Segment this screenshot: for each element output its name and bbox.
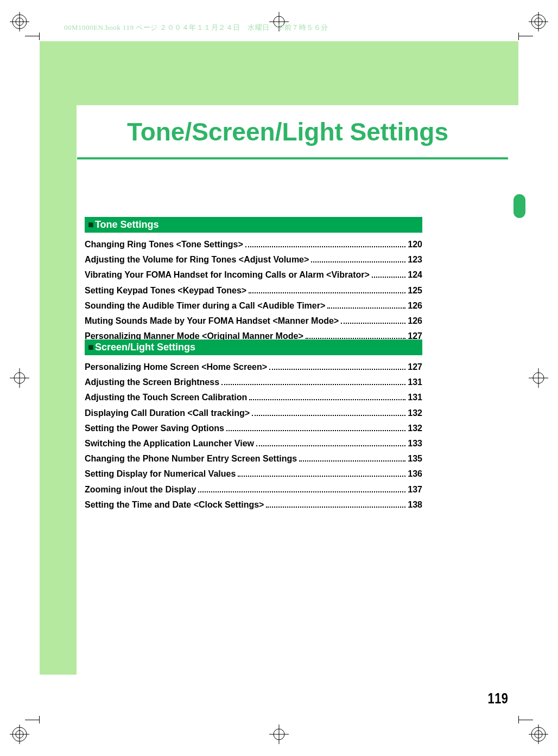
toc-entry: Adjusting the Touch Screen Calibration13…	[85, 391, 422, 403]
toc-entry: Zooming in/out the Display137	[85, 483, 422, 496]
toc-entry: Setting Display for Numerical Values136	[85, 467, 422, 480]
toc-title: Switching the Application Launcher View	[85, 437, 254, 450]
leader-dots	[306, 338, 406, 339]
leader-dots	[341, 323, 405, 324]
crop-mark-icon	[39, 716, 40, 723]
crop-mark-icon	[25, 36, 39, 36]
leader-dots	[249, 292, 405, 293]
toc-title: Displaying Call Duration <Call tracking>	[85, 407, 250, 419]
crop-mark-icon	[25, 720, 39, 720]
registration-mark-icon	[10, 368, 29, 388]
toc-page: 126	[408, 299, 422, 312]
toc-title: Muting Sounds Made by Your FOMA Handset …	[85, 315, 339, 327]
toc-page: 138	[408, 498, 422, 511]
leader-dots	[311, 261, 405, 262]
toc-page: 131	[408, 376, 422, 388]
toc-title: Setting the Power Saving Options	[85, 422, 224, 434]
page-sidebar-fill	[40, 105, 77, 675]
leader-dots	[327, 307, 405, 309]
toc-title: Sounding the Audible Timer during a Call…	[85, 299, 325, 312]
toc-title: Setting Keypad Tones <Keypad Tones>	[85, 284, 246, 297]
toc-entry: Adjusting the Volume for Ring Tones <Adj…	[85, 253, 422, 266]
toc-page: 133	[408, 437, 422, 450]
leader-dots	[269, 369, 405, 370]
toc-title: Adjusting the Touch Screen Calibration	[85, 391, 247, 403]
toc-title: Vibrating Your FOMA Handset for Incoming…	[85, 268, 370, 281]
toc-page: 132	[408, 422, 422, 434]
crop-mark-icon	[39, 33, 40, 40]
title-rule	[77, 157, 508, 159]
page-banner	[40, 41, 518, 105]
toc-title: Personalizing Home Screen <Home Screen>	[85, 361, 267, 373]
toc-page: 125	[408, 284, 422, 297]
toc-section-tone: ■Tone Settings Changing Ring Tones <Tone…	[85, 217, 422, 345]
toc-page: 132	[408, 407, 422, 419]
toc-title: Adjusting the Volume for Ring Tones <Adj…	[85, 253, 309, 266]
toc-page: 131	[408, 391, 422, 403]
crop-mark-icon	[518, 33, 519, 40]
leader-dots	[256, 445, 405, 446]
section-heading-label: Tone Settings	[95, 219, 159, 230]
registration-mark-icon	[529, 725, 548, 744]
toc-entry: Vibrating Your FOMA Handset for Incoming…	[85, 268, 422, 281]
registration-mark-icon	[10, 12, 29, 31]
section-heading-bar: ■Tone Settings	[85, 217, 422, 233]
toc-section-screen-light: ■Screen/Light Settings Personalizing Hom…	[85, 339, 422, 514]
file-meta-header: 00M1000EN.book 119 ページ ２００４年１１月２４日 水曜日 午…	[64, 23, 328, 33]
section-heading-label: Screen/Light Settings	[95, 342, 195, 353]
toc-title: Setting Display for Numerical Values	[85, 467, 236, 480]
section-heading-bar: ■Screen/Light Settings	[85, 339, 422, 355]
toc-page: 124	[408, 268, 422, 281]
toc-entry: Setting the Power Saving Options132	[85, 422, 422, 434]
page-title: Tone/Screen/Light Settings	[72, 117, 504, 146]
leader-dots	[249, 399, 405, 400]
toc-entry: Muting Sounds Made by Your FOMA Handset …	[85, 315, 422, 327]
toc-title: Changing the Phone Number Entry Screen S…	[85, 452, 297, 465]
leader-dots	[299, 460, 405, 462]
section-tab-icon	[513, 194, 525, 218]
leader-dots	[252, 415, 405, 416]
toc-page: 126	[408, 315, 422, 327]
toc-page: 123	[408, 253, 422, 266]
leader-dots	[221, 384, 405, 385]
toc-title: Adjusting the Screen Brightness	[85, 376, 219, 388]
registration-mark-icon	[10, 725, 29, 744]
leader-dots	[238, 476, 405, 477]
crop-mark-icon	[518, 716, 519, 723]
toc-entry: Sounding the Audible Timer during a Call…	[85, 299, 422, 312]
leader-dots	[198, 491, 405, 492]
toc-page: 120	[408, 238, 422, 251]
leader-dots	[245, 246, 405, 247]
registration-mark-icon	[529, 368, 548, 388]
toc-entry: Adjusting the Screen Brightness131	[85, 376, 422, 388]
crop-mark-icon	[519, 36, 533, 36]
crop-mark-icon	[519, 720, 533, 720]
toc-entry: Setting the Time and Date <Clock Setting…	[85, 498, 422, 511]
registration-mark-icon	[269, 725, 289, 744]
toc-page: 137	[408, 483, 422, 496]
toc-page: 136	[408, 467, 422, 480]
toc-page: 127	[408, 361, 422, 373]
toc-page: 135	[408, 452, 422, 465]
toc-entry: Changing Ring Tones <Tone Settings>120	[85, 238, 422, 251]
square-bullet-icon: ■	[88, 342, 94, 353]
registration-mark-icon	[529, 12, 548, 31]
toc-title: Setting the Time and Date <Clock Setting…	[85, 498, 264, 511]
page-number: 119	[487, 690, 508, 707]
toc-entry: Displaying Call Duration <Call tracking>…	[85, 407, 422, 419]
toc-entry: Personalizing Home Screen <Home Screen>1…	[85, 361, 422, 373]
toc-title: Zooming in/out the Display	[85, 483, 196, 496]
leader-dots	[226, 430, 405, 431]
toc-entry: Switching the Application Launcher View1…	[85, 437, 422, 450]
leader-dots	[266, 507, 405, 508]
toc-entry: Setting Keypad Tones <Keypad Tones>125	[85, 284, 422, 297]
toc-entry: Changing the Phone Number Entry Screen S…	[85, 452, 422, 465]
square-bullet-icon: ■	[88, 219, 94, 230]
leader-dots	[372, 277, 405, 278]
toc-title: Changing Ring Tones <Tone Settings>	[85, 238, 243, 251]
